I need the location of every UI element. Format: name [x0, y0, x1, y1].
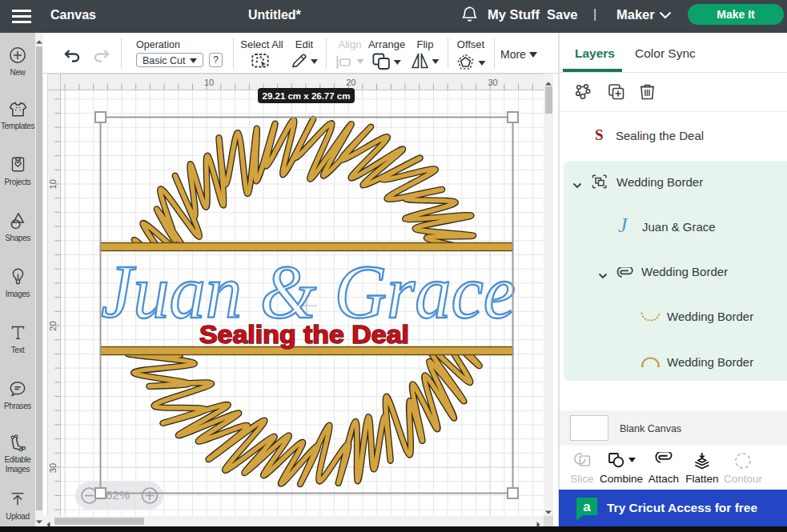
svg-text:a: a	[583, 499, 591, 514]
svg-text:20: 20	[48, 321, 58, 330]
svg-text:10: 10	[204, 78, 214, 87]
svg-text:29.21 cm x 26.77 cm: 29.21 cm x 26.77 cm	[263, 91, 351, 101]
svg-text:20: 20	[346, 78, 355, 87]
svg-text:Sealing the Deal: Sealing the Deal	[199, 321, 409, 349]
svg-text:30: 30	[488, 78, 497, 87]
svg-text:10: 10	[48, 179, 58, 189]
svg-text:30: 30	[48, 463, 58, 473]
svg-text:62%: 62%	[106, 488, 130, 502]
